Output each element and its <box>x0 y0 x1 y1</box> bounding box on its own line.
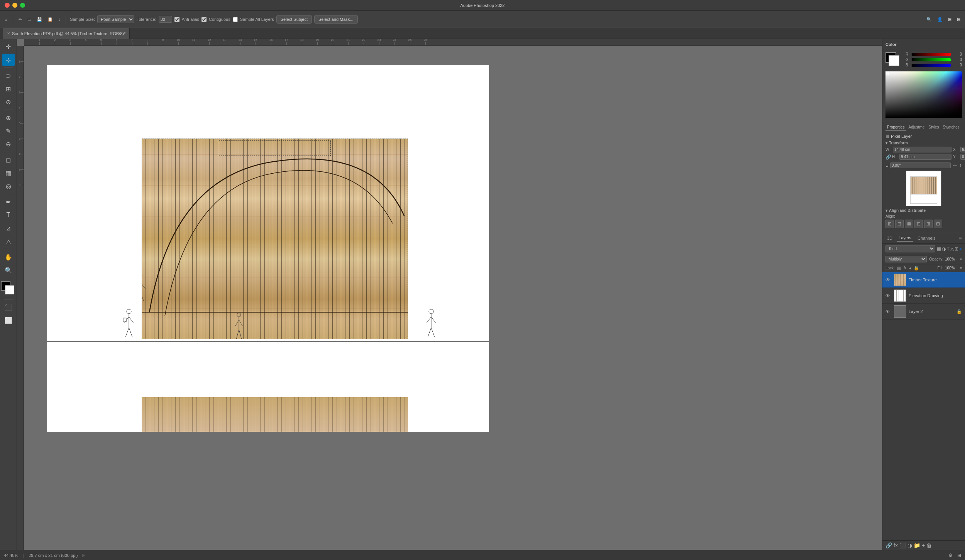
hand-tool[interactable]: ✋ <box>2 251 15 263</box>
document-canvas[interactable] <box>47 65 489 432</box>
collapse-icon[interactable]: ▾ <box>885 141 887 145</box>
y-input[interactable] <box>960 154 965 160</box>
background-swatch[interactable] <box>889 55 899 66</box>
resize-icon[interactable]: ⊞ <box>946 16 953 23</box>
minimize-button[interactable] <box>12 3 17 8</box>
panel-expand-icon[interactable]: ≡ <box>959 235 962 241</box>
document-tab[interactable]: ✕ South Elevation PDF.pdf @ 44.5% (Timbe… <box>3 28 130 39</box>
fill-adjust-button[interactable]: ◑ <box>907 542 912 548</box>
flip-v-button[interactable]: ↕ <box>959 162 962 168</box>
flip-h-button[interactable]: ↔ <box>952 162 958 168</box>
mask-button[interactable]: ⬛ <box>899 542 906 548</box>
layers-kind-select[interactable]: Kind <box>885 245 935 252</box>
crop-tool[interactable]: ⊞ <box>2 83 15 95</box>
align-right-button[interactable]: ⊠ <box>905 220 913 228</box>
layer-item-elevation[interactable]: 👁 Elevation Drawing <box>882 288 965 304</box>
blend-mode-select[interactable]: Multiply <box>885 256 927 262</box>
background-color[interactable] <box>5 285 14 294</box>
select-subject-button[interactable]: Select Subject <box>276 15 312 24</box>
new-layer-button[interactable]: + <box>922 542 925 548</box>
lock-all-button[interactable]: 🔒 <box>914 266 919 271</box>
screen-mode-tool[interactable]: ⬜ <box>2 314 15 327</box>
text-tool[interactable]: T <box>2 209 15 221</box>
tab-styles[interactable]: Styles <box>927 124 940 130</box>
anti-alias-checkbox[interactable] <box>174 17 179 22</box>
blur-tool[interactable]: ◎ <box>2 180 15 192</box>
sample-size-select[interactable]: Point Sample <box>97 15 134 23</box>
maximize-icon[interactable]: ⊟ <box>955 16 962 23</box>
color-swatches[interactable] <box>1 281 16 296</box>
new-group-button[interactable]: 📁 <box>914 542 920 548</box>
align-top-button[interactable]: ⊡ <box>914 220 923 228</box>
contiguous-checkbox[interactable] <box>201 17 207 22</box>
align-left-button[interactable]: ⊞ <box>885 220 894 228</box>
opacity-expand-icon[interactable]: ▾ <box>960 257 962 261</box>
lock-position-button[interactable]: ✎ <box>903 266 907 271</box>
lock-pixels-button[interactable]: ▦ <box>897 266 901 271</box>
export-btn[interactable]: ↕ <box>57 16 62 22</box>
align-bottom-button[interactable]: ⊟ <box>934 220 942 228</box>
layer-eye-timber[interactable]: 👁 <box>885 277 892 283</box>
tab-channels[interactable]: Channels <box>916 235 937 241</box>
filter-shape-button[interactable]: △ <box>950 246 954 252</box>
filter-type-button[interactable]: T <box>946 246 949 252</box>
adjustments-icon[interactable]: ⚙ <box>948 553 953 558</box>
tab-3d[interactable]: 3D <box>885 235 894 241</box>
filter-toggle-button[interactable]: ● <box>959 246 962 252</box>
tab-properties[interactable]: Properties <box>885 124 906 130</box>
filter-pixel-button[interactable]: ▦ <box>937 246 941 252</box>
layer-item-layer2[interactable]: 👁 Layer 2 🔒 <box>882 304 965 320</box>
eyedropper-tool[interactable]: ⊘ <box>2 96 15 108</box>
clone-tool[interactable]: ⊖ <box>2 138 15 150</box>
layer-style-button[interactable]: fx <box>894 542 898 548</box>
brush-tool[interactable]: ✏ <box>17 16 24 23</box>
layer-eye-elevation[interactable]: 👁 <box>885 293 892 298</box>
color-spectrum[interactable] <box>885 71 962 118</box>
lasso-tool[interactable]: ⊃ <box>2 69 15 82</box>
align-collapse-icon[interactable]: ▾ <box>885 208 887 213</box>
heal-tool[interactable]: ⊕ <box>2 112 15 124</box>
canvas-area[interactable]: 1 2 3 4 5 6 7 8 9 10 11 12 13 14 15 16 1… <box>17 39 882 550</box>
save-btn[interactable]: 💾 <box>35 16 44 23</box>
sample-all-layers-checkbox[interactable] <box>233 17 238 22</box>
layer-item-timber-texture[interactable]: 👁 Timber Texture <box>882 272 965 288</box>
chain-icon[interactable]: 🔗 <box>885 154 891 160</box>
fill-expand-icon[interactable]: ▾ <box>960 266 962 270</box>
align-center-v-button[interactable]: ⊞ <box>924 220 933 228</box>
tab-swatches[interactable]: Swatches <box>941 124 961 130</box>
filter-smart-button[interactable]: ⊞ <box>955 246 958 252</box>
gradient-tool[interactable]: ▦ <box>2 167 15 179</box>
canvas-background[interactable] <box>24 46 882 550</box>
eraser-tool[interactable]: ◻ <box>2 154 15 166</box>
tab-close-icon[interactable]: ✕ <box>7 31 10 36</box>
fg-bg-swatches[interactable] <box>885 52 902 67</box>
angle-input[interactable] <box>890 162 951 168</box>
link-layers-button[interactable]: 🔗 <box>885 542 892 548</box>
rect-select[interactable]: ▭ <box>26 16 33 23</box>
align-center-h-button[interactable]: ⊟ <box>895 220 904 228</box>
tab-adjustments[interactable]: Adjustme <box>907 124 926 130</box>
quick-mask-tool[interactable]: ⬛ <box>2 301 15 313</box>
move-tool[interactable]: ✛ <box>2 41 15 53</box>
lock-artboard-button[interactable]: + <box>909 266 911 271</box>
paint-tool[interactable]: ✎ <box>2 125 15 137</box>
home-button[interactable]: ⌂ <box>3 16 9 22</box>
tab-layers[interactable]: Layers <box>897 235 913 242</box>
path-tool[interactable]: ⊿ <box>2 222 15 234</box>
profile-icon[interactable]: 👤 <box>936 16 944 23</box>
filter-adj-button[interactable]: ◑ <box>942 246 946 252</box>
shape-tool[interactable]: △ <box>2 235 15 247</box>
h-input[interactable] <box>899 154 951 160</box>
search-icon[interactable]: 🔍 <box>925 16 933 23</box>
tolerance-input[interactable] <box>159 16 172 23</box>
close-button[interactable] <box>5 3 10 8</box>
layer-eye-layer2[interactable]: 👁 <box>885 309 892 314</box>
gpu-icon[interactable]: ⊞ <box>957 553 961 558</box>
x-input[interactable] <box>960 147 965 152</box>
wand-tool[interactable]: ⊹ <box>2 54 15 66</box>
w-input[interactable] <box>893 147 951 152</box>
delete-layer-button[interactable]: 🗑 <box>926 542 932 548</box>
select-mask-button[interactable]: Select and Mask... <box>314 15 358 24</box>
pen-tool[interactable]: ✒ <box>2 196 15 208</box>
zoom-tool[interactable]: 🔍 <box>2 264 15 276</box>
